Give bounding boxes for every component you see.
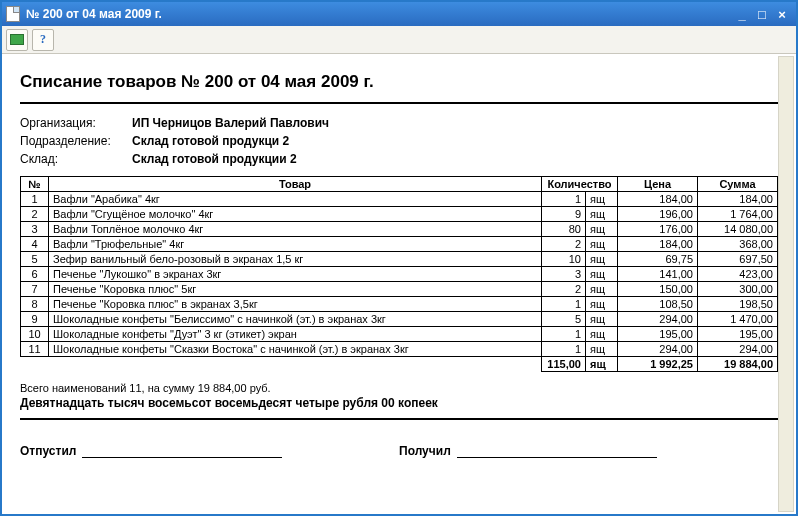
close-button[interactable]: × xyxy=(772,5,792,23)
cell-product: Вафли "Сгущёное молочко" 4кг xyxy=(49,207,542,222)
maximize-button[interactable]: □ xyxy=(752,5,772,23)
help-button[interactable]: ? xyxy=(32,29,54,51)
total-qty: 115,00 xyxy=(542,357,586,372)
window-title: № 200 от 04 мая 2009 г. xyxy=(26,7,162,21)
minimize-button[interactable]: _ xyxy=(732,5,752,23)
cell-sum: 184,00 xyxy=(698,192,778,207)
total-price: 1 992,25 xyxy=(618,357,698,372)
summary: Всего наименований 11, на сумму 19 884,0… xyxy=(20,382,778,420)
app-window: № 200 от 04 мая 2009 г. _ □ × ? Списание… xyxy=(0,0,798,516)
cell-qty: 2 xyxy=(542,237,586,252)
meta-value: ИП Черницов Валерий Павлович xyxy=(132,114,329,132)
table-total-row: 115,00ящ1 992,2519 884,00 xyxy=(21,357,778,372)
col-qty: Количество xyxy=(542,177,618,192)
items-table: № Товар Количество Цена Сумма 1Вафли "Ар… xyxy=(20,176,778,372)
vertical-scrollbar[interactable] xyxy=(778,56,794,512)
cell-num: 10 xyxy=(21,327,49,342)
cell-qty: 10 xyxy=(542,252,586,267)
cell-qty: 1 xyxy=(542,297,586,312)
meta-value: Склад готовой продукци 2 xyxy=(132,132,289,150)
table-row: 5Зефир ванильный бело-розовый в экранах … xyxy=(21,252,778,267)
cell-product: Шоколадные конфеты "Сказки Востока" с на… xyxy=(49,342,542,357)
cell-sum: 294,00 xyxy=(698,342,778,357)
table-row: 9Шоколадные конфеты "Белиссимо" с начинк… xyxy=(21,312,778,327)
document-meta: Организация: ИП Черницов Валерий Павлови… xyxy=(20,114,778,168)
cell-qty: 2 xyxy=(542,282,586,297)
total-unit: ящ xyxy=(586,357,618,372)
cell-sum: 368,00 xyxy=(698,237,778,252)
cell-unit: ящ xyxy=(586,282,618,297)
cell-qty: 1 xyxy=(542,192,586,207)
signatures: Отпустил Получил xyxy=(20,444,778,458)
table-row: 1Вафли "Арабика" 4кг1ящ184,00184,00 xyxy=(21,192,778,207)
cell-product: Вафли Топлёное молочко 4кг xyxy=(49,222,542,237)
cell-sum: 1 764,00 xyxy=(698,207,778,222)
cell-product: Шоколадные конфеты "Белиссимо" с начинко… xyxy=(49,312,542,327)
table-row: 8Печенье "Коровка плюс" в экранах 3,5кг1… xyxy=(21,297,778,312)
cell-num: 4 xyxy=(21,237,49,252)
table-row: 6Печенье "Лукошко" в экранах 3кг3ящ141,0… xyxy=(21,267,778,282)
cell-unit: ящ xyxy=(586,222,618,237)
cell-product: Печенье "Коровка плюс" в экранах 3,5кг xyxy=(49,297,542,312)
screenshot-button[interactable] xyxy=(6,29,28,51)
titlebar[interactable]: № 200 от 04 мая 2009 г. _ □ × xyxy=(2,2,796,26)
cell-price: 195,00 xyxy=(618,327,698,342)
table-row: 7Печенье "Коровка плюс" 5кг2ящ150,00300,… xyxy=(21,282,778,297)
cell-unit: ящ xyxy=(586,267,618,282)
cell-blank xyxy=(21,357,542,372)
cell-qty: 1 xyxy=(542,327,586,342)
cell-sum: 1 470,00 xyxy=(698,312,778,327)
cell-price: 196,00 xyxy=(618,207,698,222)
col-product: Товар xyxy=(49,177,542,192)
summary-line: Всего наименований 11, на сумму 19 884,0… xyxy=(20,382,778,394)
col-sum: Сумма xyxy=(698,177,778,192)
sig-line xyxy=(457,444,657,458)
cell-price: 184,00 xyxy=(618,192,698,207)
meta-label: Организация: xyxy=(20,114,132,132)
cell-product: Зефир ванильный бело-розовый в экранах 1… xyxy=(49,252,542,267)
cell-sum: 195,00 xyxy=(698,327,778,342)
sig-label: Отпустил xyxy=(20,444,76,458)
cell-sum: 423,00 xyxy=(698,267,778,282)
cell-price: 150,00 xyxy=(618,282,698,297)
table-row: 11Шоколадные конфеты "Сказки Востока" с … xyxy=(21,342,778,357)
sig-label: Получил xyxy=(399,444,451,458)
meta-row-dept: Подразделение: Склад готовой продукци 2 xyxy=(20,132,778,150)
cell-unit: ящ xyxy=(586,342,618,357)
cell-price: 294,00 xyxy=(618,312,698,327)
cell-unit: ящ xyxy=(586,237,618,252)
cell-price: 176,00 xyxy=(618,222,698,237)
cell-num: 9 xyxy=(21,312,49,327)
cell-price: 184,00 xyxy=(618,237,698,252)
cell-product: Печенье "Коровка плюс" 5кг xyxy=(49,282,542,297)
cell-num: 7 xyxy=(21,282,49,297)
cell-num: 6 xyxy=(21,267,49,282)
meta-row-store: Склад: Склад готовой продукции 2 xyxy=(20,150,778,168)
cell-sum: 697,50 xyxy=(698,252,778,267)
cell-unit: ящ xyxy=(586,252,618,267)
cell-num: 11 xyxy=(21,342,49,357)
cell-unit: ящ xyxy=(586,297,618,312)
meta-row-org: Организация: ИП Черницов Валерий Павлови… xyxy=(20,114,778,132)
table-row: 4Вафли "Трюфельные" 4кг2ящ184,00368,00 xyxy=(21,237,778,252)
meta-label: Подразделение: xyxy=(20,132,132,150)
cell-product: Вафли "Трюфельные" 4кг xyxy=(49,237,542,252)
cell-price: 69,75 xyxy=(618,252,698,267)
document-viewport: Списание товаров № 200 от 04 мая 2009 г.… xyxy=(2,54,796,514)
document-icon xyxy=(6,6,20,22)
cell-price: 108,50 xyxy=(618,297,698,312)
cell-unit: ящ xyxy=(586,207,618,222)
cell-num: 2 xyxy=(21,207,49,222)
summary-words: Девятнадцать тысяч восемьсот восемьдесят… xyxy=(20,396,778,420)
cell-price: 294,00 xyxy=(618,342,698,357)
table-row: 2Вафли "Сгущёное молочко" 4кг9ящ196,001 … xyxy=(21,207,778,222)
col-num: № xyxy=(21,177,49,192)
cell-product: Вафли "Арабика" 4кг xyxy=(49,192,542,207)
table-row: 10Шоколадные конфеты "Дуэт" 3 кг (этикет… xyxy=(21,327,778,342)
signature-left: Отпустил xyxy=(20,444,399,458)
cell-qty: 5 xyxy=(542,312,586,327)
cell-sum: 300,00 xyxy=(698,282,778,297)
cell-price: 141,00 xyxy=(618,267,698,282)
cell-num: 1 xyxy=(21,192,49,207)
toolbar: ? xyxy=(2,26,796,54)
